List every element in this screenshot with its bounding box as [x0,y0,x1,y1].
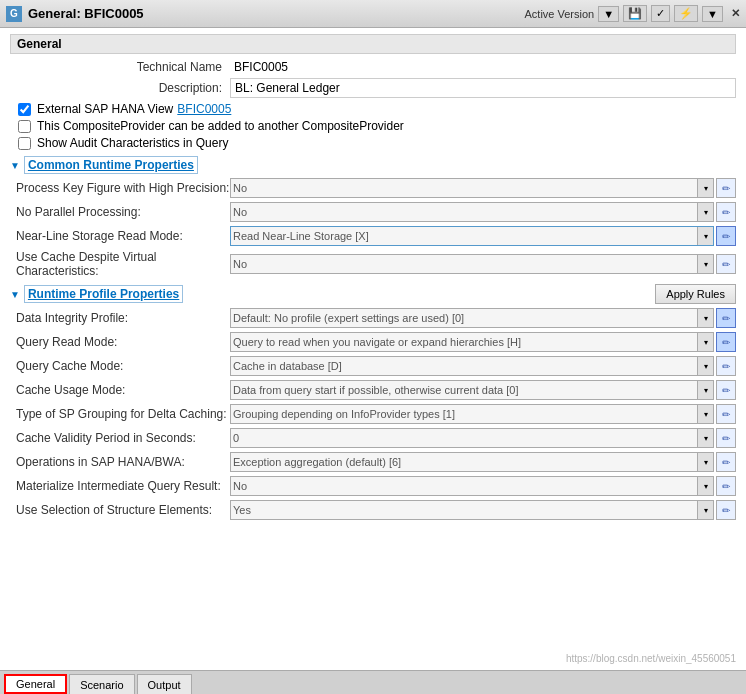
runtime-profile-label-4: Type of SP Grouping for Delta Caching: [10,407,230,421]
common-runtime-label[interactable]: Common Runtime Properties [24,156,198,174]
runtime-profile-edit-0[interactable]: ✏ [716,308,736,328]
watermark: https://blog.csdn.net/weixin_45560051 [566,653,736,664]
runtime-profile-edit-1[interactable]: ✏ [716,332,736,352]
runtime-profile-field-7: Materialize Intermediate Query Result:No… [10,476,736,496]
runtime-profile-dropdown-arrow-5[interactable]: ▾ [697,429,713,447]
common-runtime-arrow-3[interactable]: ▾ [697,255,713,273]
runtime-profile-edit-7[interactable]: ✏ [716,476,736,496]
external-hana-label: External SAP HANA View [37,102,173,116]
main-content: General Technical Name BFIC0005 Descript… [0,28,746,670]
runtime-profile-value-4: Grouping depending on InfoProvider types… [231,408,697,420]
common-runtime-field-1: No Parallel Processing:No▾✏ [10,202,736,222]
common-runtime-label-0: Process Key Figure with High Precision: [10,181,230,195]
common-runtime-field-0: Process Key Figure with High Precision:N… [10,178,736,198]
runtime-profile-field-8: Use Selection of Structure Elements:Yes▾… [10,500,736,520]
runtime-profile-dropdown-arrow-0[interactable]: ▾ [697,309,713,327]
apply-rules-btn[interactable]: Apply Rules [655,284,736,304]
runtime-profile-dropdown-arrow-8[interactable]: ▾ [697,501,713,519]
audit-label: Show Audit Characteristics in Query [37,136,228,150]
common-runtime-edit-1[interactable]: ✏ [716,202,736,222]
runtime-profile-value-1: Query to read when you navigate or expan… [231,336,697,348]
runtime-profile-dropdown-arrow-1[interactable]: ▾ [697,333,713,351]
common-runtime-arrow-1[interactable]: ▾ [697,203,713,221]
common-runtime-value-2: Read Near-Line Storage [X] [231,230,697,242]
runtime-profile-fields: Data Integrity Profile:Default: No profi… [10,308,736,520]
external-hana-row: External SAP HANA View BFIC0005 [18,102,736,116]
runtime-profile-dropdown-arrow-4[interactable]: ▾ [697,405,713,423]
common-runtime-field-3: Use Cache Despite Virtual Characteristic… [10,250,736,278]
runtime-profile-label-0: Data Integrity Profile: [10,311,230,325]
common-runtime-edit-3[interactable]: ✏ [716,254,736,274]
save-btn[interactable]: 💾 [623,5,647,22]
common-runtime-label-3: Use Cache Despite Virtual Characteristic… [10,250,230,278]
common-runtime-arrow-2[interactable]: ▾ [697,227,713,245]
description-row: Description: [10,78,736,98]
runtime-profile-value-5: 0 [231,432,697,444]
common-runtime-fields: Process Key Figure with High Precision:N… [10,178,736,278]
activate-btn[interactable]: ⚡ [674,5,698,22]
runtime-profile-edit-5[interactable]: ✏ [716,428,736,448]
runtime-profile-dropdown-arrow-3[interactable]: ▾ [697,381,713,399]
external-hana-link[interactable]: BFIC0005 [177,102,231,116]
runtime-profile-field-0: Data Integrity Profile:Default: No profi… [10,308,736,328]
runtime-profile-dropdown-arrow-7[interactable]: ▾ [697,477,713,495]
common-runtime-label-1: No Parallel Processing: [10,205,230,219]
runtime-profile-dropdown-arrow-2[interactable]: ▾ [697,357,713,375]
composite-provider-checkbox[interactable] [18,120,31,133]
runtime-profile-edit-4[interactable]: ✏ [716,404,736,424]
runtime-profile-value-0: Default: No profile (expert settings are… [231,312,697,324]
window-icon: G [6,6,22,22]
common-runtime-value-0: No [231,182,697,194]
tab-general[interactable]: General [4,674,67,694]
description-input[interactable] [230,78,736,98]
close-btn[interactable]: ✕ [731,7,740,20]
more-btn[interactable]: ▼ [702,6,723,22]
runtime-profile-edit-2[interactable]: ✏ [716,356,736,376]
composite-provider-label: This CompositeProvider can be added to a… [37,119,404,133]
runtime-profile-edit-3[interactable]: ✏ [716,380,736,400]
tab-bar: GeneralScenarioOutput [0,670,746,694]
common-runtime-header[interactable]: ▼ Common Runtime Properties [10,156,736,174]
title-bar-actions: Active Version ▼ 💾 ✓ ⚡ ▼ ✕ [525,5,740,22]
runtime-profile-value-6: Exception aggregation (default) [6] [231,456,697,468]
window-title: General: BFIC0005 [28,6,525,21]
runtime-profile-field-5: Cache Validity Period in Seconds:0▾✏ [10,428,736,448]
common-runtime-edit-2[interactable]: ✏ [716,226,736,246]
runtime-profile-value-8: Yes [231,504,697,516]
common-runtime-edit-0[interactable]: ✏ [716,178,736,198]
runtime-profile-field-6: Operations in SAP HANA/BWA:Exception agg… [10,452,736,472]
common-runtime-arrow: ▼ [10,160,20,171]
technical-name-row: Technical Name BFIC0005 [10,60,736,74]
external-hana-checkbox[interactable] [18,103,31,116]
runtime-profile-label-2: Query Cache Mode: [10,359,230,373]
common-runtime-value-3: No [231,258,697,270]
runtime-profile-field-2: Query Cache Mode:Cache in database [D]▾✏ [10,356,736,376]
runtime-profile-field-4: Type of SP Grouping for Delta Caching:Gr… [10,404,736,424]
runtime-profile-dropdown-arrow-6[interactable]: ▾ [697,453,713,471]
runtime-profile-value-7: No [231,480,697,492]
runtime-profile-header[interactable]: ▼ Runtime Profile Properties Apply Rules [10,284,736,304]
runtime-profile-edit-6[interactable]: ✏ [716,452,736,472]
version-dropdown-btn[interactable]: ▼ [598,6,619,22]
runtime-profile-field-3: Cache Usage Mode:Data from query start i… [10,380,736,400]
title-bar: G General: BFIC0005 Active Version ▼ 💾 ✓… [0,0,746,28]
common-runtime-arrow-0[interactable]: ▾ [697,179,713,197]
runtime-profile-label-8: Use Selection of Structure Elements: [10,503,230,517]
audit-checkbox[interactable] [18,137,31,150]
runtime-profile-label-6: Operations in SAP HANA/BWA: [10,455,230,469]
active-version-label: Active Version [525,8,595,20]
common-runtime-value-1: No [231,206,697,218]
audit-row: Show Audit Characteristics in Query [18,136,736,150]
check-btn[interactable]: ✓ [651,5,670,22]
runtime-profile-label-5: Cache Validity Period in Seconds: [10,431,230,445]
runtime-profile-value-3: Data from query start if possible, other… [231,384,697,396]
runtime-profile-arrow: ▼ [10,289,20,300]
technical-name-label: Technical Name [10,60,230,74]
general-section-title: General [10,34,736,54]
runtime-profile-label[interactable]: Runtime Profile Properties [24,285,183,303]
tab-output[interactable]: Output [137,674,192,694]
runtime-profile-edit-8[interactable]: ✏ [716,500,736,520]
runtime-profile-field-1: Query Read Mode:Query to read when you n… [10,332,736,352]
runtime-profile-label-7: Materialize Intermediate Query Result: [10,479,230,493]
tab-scenario[interactable]: Scenario [69,674,134,694]
